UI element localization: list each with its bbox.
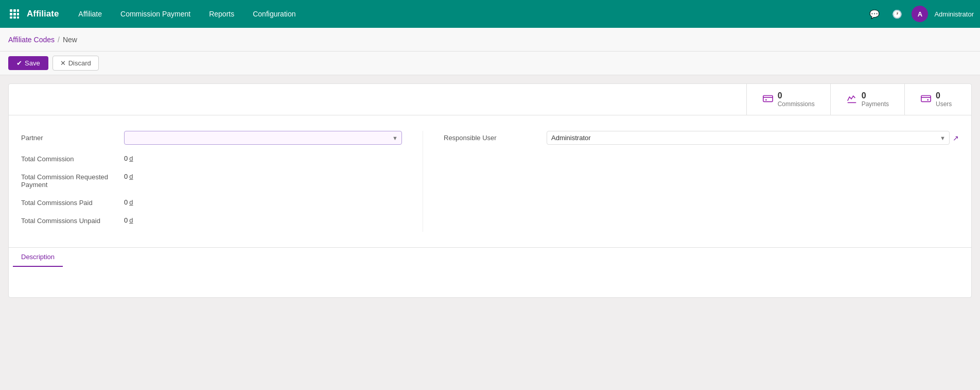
tab-content-area	[9, 266, 971, 297]
commissions-count: 0	[778, 91, 815, 100]
payments-count: 0	[862, 91, 889, 100]
total-commission-label: Total Commission	[21, 152, 124, 163]
svg-point-13	[927, 99, 929, 100]
svg-rect-1	[13, 9, 16, 12]
navbar: Affiliate Affiliate Commission Payment R…	[0, 0, 980, 28]
responsible-user-select[interactable]: Administrator	[547, 131, 950, 145]
total-commission-currency: d	[129, 155, 133, 162]
payments-icon	[846, 93, 857, 107]
save-label: Save	[25, 59, 40, 67]
total-commission-requested-number: 0	[124, 173, 128, 180]
svg-rect-9	[763, 95, 772, 101]
responsible-user-wrapper: Administrator ▼ ↗	[547, 131, 959, 145]
discard-label: Discard	[68, 59, 91, 67]
responsible-user-row: Responsible User Administrator ▼ ↗	[444, 131, 959, 145]
discard-button[interactable]: ✕ Discard	[52, 56, 99, 71]
svg-rect-3	[10, 13, 12, 15]
users-count: 0	[936, 91, 952, 100]
stats-bar: 0 Commissions 0 Payments	[9, 84, 971, 115]
grid-icon[interactable]	[6, 6, 23, 22]
partner-label: Partner	[21, 131, 124, 142]
svg-rect-6	[10, 16, 12, 19]
total-commissions-unpaid-value: 0 d	[124, 214, 133, 224]
responsible-user-select-wrapper: Administrator ▼	[547, 131, 950, 145]
tab-description[interactable]: Description	[13, 248, 63, 267]
breadcrumb-parent[interactable]: Affiliate Codes	[8, 36, 55, 44]
save-button[interactable]: ✔ Save	[8, 56, 48, 70]
tabs-bar: Description	[9, 247, 971, 266]
chat-icon[interactable]: 💬	[866, 6, 883, 22]
responsible-user-label: Responsible User	[444, 131, 547, 142]
total-commission-row: Total Commission 0 d	[21, 152, 412, 163]
partner-row: Partner ▼	[21, 131, 412, 145]
col-left: Partner ▼ Total Commission 0	[21, 131, 412, 232]
users-label: Users	[936, 100, 952, 108]
users-icon	[920, 93, 932, 107]
avatar[interactable]: A	[912, 6, 928, 22]
nav-item-configuration[interactable]: Configuration	[243, 0, 305, 28]
main-content: 0 Commissions 0 Payments	[0, 75, 980, 306]
total-commission-requested-currency: d	[129, 173, 133, 180]
commissions-label: Commissions	[778, 100, 815, 108]
total-commissions-paid-currency: d	[129, 198, 133, 206]
form-card: 0 Commissions 0 Payments	[8, 83, 972, 298]
total-commission-requested-value: 0 d	[124, 170, 133, 180]
col-right: Responsible User Administrator ▼ ↗	[423, 131, 959, 232]
commissions-icon	[762, 93, 774, 107]
total-commissions-paid-value: 0 d	[124, 196, 133, 206]
payments-label: Payments	[862, 100, 889, 108]
nav-item-affiliate[interactable]: Affiliate	[69, 0, 111, 28]
breadcrumb-current: New	[63, 36, 77, 44]
total-commissions-unpaid-label: Total Commissions Unpaid	[21, 214, 124, 225]
svg-point-10	[765, 99, 767, 100]
svg-rect-12	[921, 95, 931, 101]
form-area: Partner ▼ Total Commission 0	[9, 115, 971, 242]
svg-rect-0	[10, 9, 12, 12]
svg-rect-2	[17, 9, 19, 12]
svg-rect-8	[17, 16, 19, 19]
stat-commissions[interactable]: 0 Commissions	[746, 84, 830, 115]
app-title: Affiliate	[27, 9, 59, 19]
total-commission-number: 0	[124, 155, 128, 162]
total-commissions-unpaid-number: 0	[124, 216, 128, 224]
nav-item-commission-payment[interactable]: Commission Payment	[111, 0, 200, 28]
svg-rect-7	[13, 16, 16, 19]
username[interactable]: Administrator	[934, 10, 974, 18]
partner-select[interactable]	[124, 131, 402, 145]
total-commission-value: 0 d	[124, 152, 133, 162]
discard-x-icon: ✕	[60, 59, 66, 67]
total-commission-requested-row: Total Commission Requested Payment 0 d	[21, 170, 412, 189]
total-commissions-unpaid-currency: d	[129, 216, 133, 224]
stat-payments[interactable]: 0 Payments	[830, 84, 904, 115]
breadcrumb-separator: /	[58, 36, 60, 44]
partner-select-wrapper: ▼	[124, 131, 402, 145]
navbar-menu: Affiliate Commission Payment Reports Con…	[69, 0, 866, 28]
svg-rect-5	[17, 13, 19, 15]
nav-item-reports[interactable]: Reports	[200, 0, 243, 28]
breadcrumb: Affiliate Codes / New	[0, 28, 980, 52]
save-check-icon: ✔	[16, 59, 22, 67]
external-link-icon[interactable]: ↗	[953, 134, 959, 142]
clock-icon[interactable]: 🕐	[889, 6, 905, 22]
total-commission-requested-label: Total Commission Requested Payment	[21, 170, 124, 189]
total-commissions-unpaid-row: Total Commissions Unpaid 0 d	[21, 214, 412, 225]
stat-users[interactable]: 0 Users	[904, 84, 971, 115]
total-commissions-paid-label: Total Commissions Paid	[21, 196, 124, 207]
navbar-right: 💬 🕐 A Administrator	[866, 6, 974, 22]
total-commissions-paid-number: 0	[124, 198, 128, 206]
action-bar: ✔ Save ✕ Discard	[0, 52, 980, 75]
svg-rect-4	[13, 13, 16, 15]
two-col-form: Partner ▼ Total Commission 0	[21, 131, 959, 232]
total-commissions-paid-row: Total Commissions Paid 0 d	[21, 196, 412, 207]
